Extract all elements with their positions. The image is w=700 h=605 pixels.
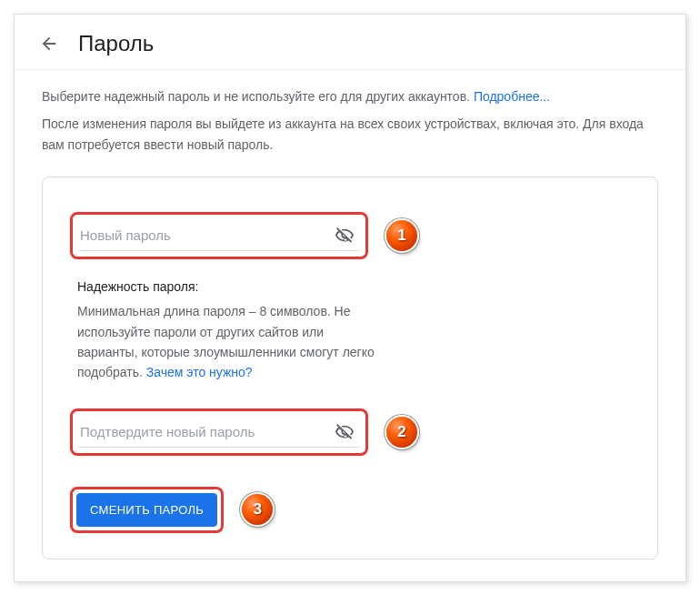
intro-text: Выберите надежный пароль и не используйт… (42, 89, 470, 104)
visibility-off-icon[interactable] (335, 226, 355, 246)
new-password-row: 1 (70, 212, 630, 259)
password-card: 1 Надежность пароля: Минимальная длина п… (42, 176, 658, 560)
confirm-password-row: 2 (70, 408, 630, 456)
annotation-badge-3: 3 (242, 494, 273, 525)
annotation-highlight-1 (70, 212, 368, 259)
intro-line2: После изменения пароля вы выйдете из акк… (42, 114, 658, 155)
change-password-button[interactable]: СМЕНИТЬ ПАРОЛЬ (76, 493, 217, 527)
annotation-badge-1: 1 (386, 220, 417, 251)
back-arrow-icon[interactable] (36, 31, 62, 56)
annotation-badge-2: 2 (386, 417, 417, 448)
confirm-password-wrapper (78, 417, 360, 448)
confirm-password-input[interactable] (78, 417, 360, 448)
new-password-wrapper (78, 220, 360, 251)
strength-title: Надежность пароля: (77, 279, 377, 294)
why-link[interactable]: Зачем это нужно? (146, 365, 253, 379)
annotation-highlight-3: СМЕНИТЬ ПАРОЛЬ (70, 487, 224, 533)
button-row: СМЕНИТЬ ПАРОЛЬ 3 (70, 487, 630, 533)
content: Выберите надежный пароль и не используйт… (15, 70, 685, 581)
page-title: Пароль (78, 31, 154, 56)
new-password-input[interactable] (78, 220, 360, 251)
strength-text: Минимальная длина пароля – 8 символов. Н… (77, 301, 377, 383)
intro-line1: Выберите надежный пароль и не используйт… (42, 86, 658, 106)
visibility-off-icon[interactable] (335, 422, 355, 442)
password-strength-block: Надежность пароля: Минимальная длина пар… (77, 279, 377, 383)
annotation-highlight-2 (70, 408, 368, 456)
header: Пароль (15, 15, 685, 70)
password-settings-panel: Пароль Выберите надежный пароль и не исп… (14, 14, 686, 582)
learn-more-link[interactable]: Подробнее... (474, 89, 550, 104)
